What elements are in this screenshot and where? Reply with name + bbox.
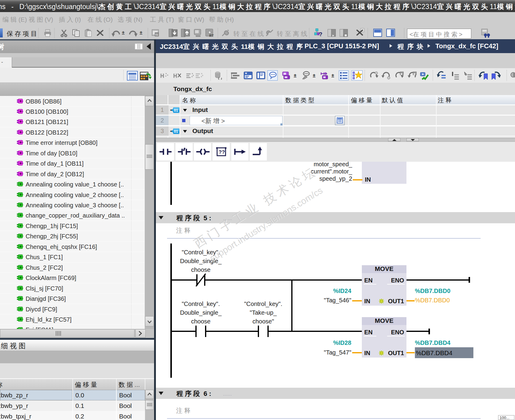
svg-text:RT: RT (209, 34, 214, 37)
svg-text:??: ?? (219, 149, 225, 155)
svg-text:01: 01 (174, 129, 178, 134)
svg-text:01: 01 (174, 108, 178, 113)
svg-text:01: 01 (155, 33, 158, 36)
svg-text:?: ? (319, 31, 322, 37)
